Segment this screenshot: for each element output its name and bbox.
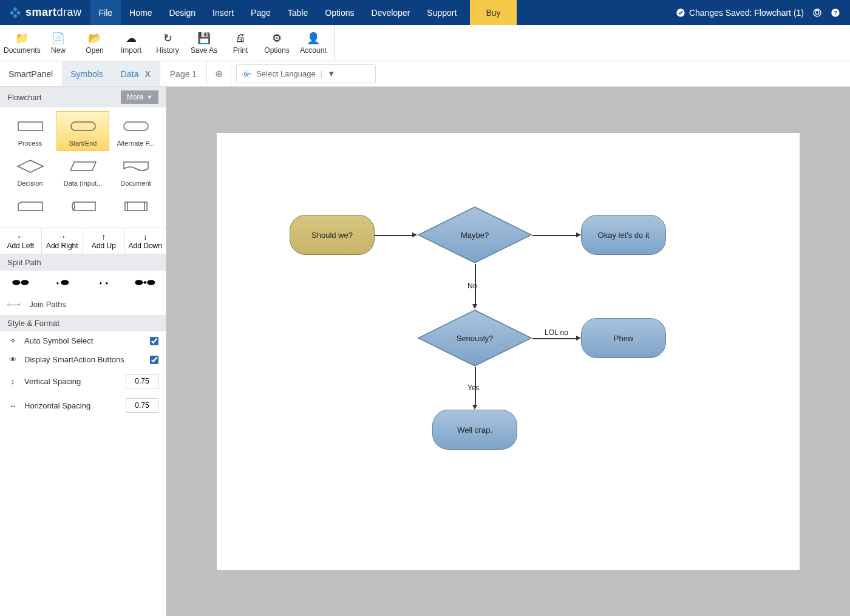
add-down-button[interactable]: ↓Add Down: [125, 228, 166, 254]
menu-support[interactable]: Support: [418, 0, 465, 25]
edge[interactable]: [532, 235, 577, 236]
add-up-button[interactable]: ↑Add Up: [83, 228, 125, 254]
auto-symbol-checkbox[interactable]: [150, 337, 158, 345]
open-folder-icon: 📂: [76, 32, 113, 45]
help-icon[interactable]: ?: [831, 8, 840, 18]
more-libraries-dropdown[interactable]: More ▼: [121, 90, 158, 104]
vspace-row: ↕ Vertical Spacing: [0, 369, 166, 393]
tool-options[interactable]: ⚙Options: [259, 32, 295, 55]
tool-account[interactable]: 👤Account: [295, 32, 332, 55]
print-icon: 🖨: [222, 32, 259, 45]
menu-insert[interactable]: Insert: [204, 0, 242, 25]
logo-text-bold: smart: [25, 6, 57, 18]
edge[interactable]: [375, 235, 413, 236]
edge-label[interactable]: No: [467, 282, 477, 290]
node-n4[interactable]: Seriously?: [417, 309, 532, 367]
menu-design[interactable]: Design: [160, 0, 204, 25]
vspace-input[interactable]: [126, 374, 158, 388]
tab-close-icon[interactable]: X: [144, 69, 150, 79]
shape-Start/End[interactable]: Start/End: [56, 111, 109, 151]
shape-grid: ProcessStart/EndAlternate P...DecisionDa…: [0, 107, 166, 228]
arrow-left-icon: ←: [0, 232, 41, 242]
shape-Decision[interactable]: Decision: [4, 151, 56, 191]
tool-import[interactable]: ☁Import: [113, 32, 149, 55]
edge[interactable]: [532, 338, 577, 339]
tool-new[interactable]: 📄New: [40, 32, 76, 55]
menu-options[interactable]: Options: [316, 0, 362, 25]
split-type-4[interactable]: ⬬⬩⬬: [124, 273, 166, 291]
node-n1[interactable]: Should we?: [290, 215, 375, 255]
node-n3[interactable]: Okay let's do it: [581, 215, 666, 255]
split-type-3[interactable]: ⬩⬩: [83, 273, 124, 291]
arrow-up-icon: ↑: [83, 232, 124, 242]
language-selector[interactable]: Select Language | ▼: [236, 64, 376, 83]
more-label: More: [127, 93, 143, 101]
menu-developer[interactable]: Developer: [363, 0, 419, 25]
svg-text:?: ?: [834, 10, 837, 16]
toolbar-separator: [334, 25, 335, 61]
shape-label: Alternate P...: [110, 140, 162, 147]
hspace-icon: ↔: [7, 401, 18, 410]
add-left-button[interactable]: ←Add Left: [0, 228, 42, 254]
node-n6[interactable]: Well crap.: [432, 410, 517, 450]
page-tabs: Page 1 ⊕: [160, 61, 231, 86]
shape-label: Document: [110, 180, 162, 187]
shape-db[interactable]: [109, 191, 162, 224]
node-n5[interactable]: Phew: [581, 318, 666, 358]
add-page-button[interactable]: ⊕: [207, 61, 231, 86]
arrowhead-icon: [576, 232, 581, 237]
tool-saveas[interactable]: 💾Save As: [186, 32, 222, 55]
menu-home[interactable]: Home: [121, 0, 160, 25]
chevron-down-icon: ▼: [327, 69, 335, 78]
tabs-row: SmartPanel Symbols Data X Page 1 ⊕ Selec…: [0, 61, 850, 87]
tab-data[interactable]: Data X: [112, 61, 160, 86]
style-format-header: Style & Format: [0, 315, 166, 331]
buy-button[interactable]: Buy: [470, 0, 516, 25]
page-tab-1[interactable]: Page 1: [160, 61, 207, 86]
tool-print[interactable]: 🖨Print: [222, 32, 259, 55]
menubar-right: Changes Saved: Flowchart (1) ?: [676, 8, 850, 18]
language-selector-label: Select Language: [256, 69, 316, 78]
auto-symbol-icon: ✧: [7, 336, 18, 345]
shape-library-title: Flowchart: [7, 93, 41, 102]
save-icon: 💾: [186, 32, 222, 45]
tool-documents[interactable]: 📁Documents: [4, 32, 40, 55]
tab-symbols[interactable]: Symbols: [62, 61, 112, 86]
tool-history[interactable]: ↻History: [149, 32, 186, 55]
edge-label[interactable]: Yes: [467, 384, 480, 392]
tab-symbols-label: Symbols: [70, 69, 103, 79]
menu-page[interactable]: Page: [242, 0, 279, 25]
shape-disk[interactable]: [56, 191, 109, 224]
smartaction-row: 👁 Display SmartAction Buttons: [0, 350, 166, 369]
node-n2[interactable]: Maybe?: [417, 206, 532, 264]
smartaction-label: Display SmartAction Buttons: [24, 355, 124, 364]
shape-card[interactable]: [4, 191, 56, 224]
support-icon[interactable]: [812, 8, 822, 18]
shape-Data (Input...[interactable]: Data (Input...: [56, 151, 109, 191]
add-right-button[interactable]: →Add Right: [42, 228, 84, 254]
shape-Document[interactable]: Document: [109, 151, 162, 191]
side-panel: Flowchart More ▼ ProcessStart/EndAlterna…: [0, 87, 166, 616]
shape-Process[interactable]: Process: [4, 111, 56, 151]
tab-smartpanel[interactable]: SmartPanel: [0, 61, 62, 86]
add-left-label: Add Left: [0, 242, 41, 250]
split-type-2[interactable]: ⬩⬬: [41, 273, 83, 291]
canvas-viewport[interactable]: Should we?Maybe?Okay let's do itSeriousl…: [166, 87, 850, 616]
join-label: Join Paths: [29, 300, 66, 309]
smartaction-checkbox[interactable]: [150, 356, 158, 364]
chevron-down-icon: ▼: [147, 94, 152, 100]
shape-label: Process: [4, 140, 56, 147]
svg-rect-7: [124, 122, 148, 130]
arrow-down-icon: ↓: [125, 232, 166, 242]
drawing-canvas[interactable]: Should we?Maybe?Okay let's do itSeriousl…: [217, 133, 800, 570]
edge-label[interactable]: LOL no: [545, 328, 568, 337]
shape-Alternate P...[interactable]: Alternate P...: [109, 111, 162, 151]
join-paths-button[interactable]: ◦—◦ Join Paths: [0, 294, 166, 315]
tool-open[interactable]: 📂Open: [76, 32, 113, 55]
hspace-input[interactable]: [126, 398, 158, 413]
menu-file[interactable]: File: [90, 0, 121, 25]
arrow-right-icon: →: [42, 232, 83, 242]
split-type-1[interactable]: ⬬⬬: [0, 273, 41, 291]
menu-table[interactable]: Table: [279, 0, 316, 25]
vspace-icon: ↕: [7, 377, 18, 386]
